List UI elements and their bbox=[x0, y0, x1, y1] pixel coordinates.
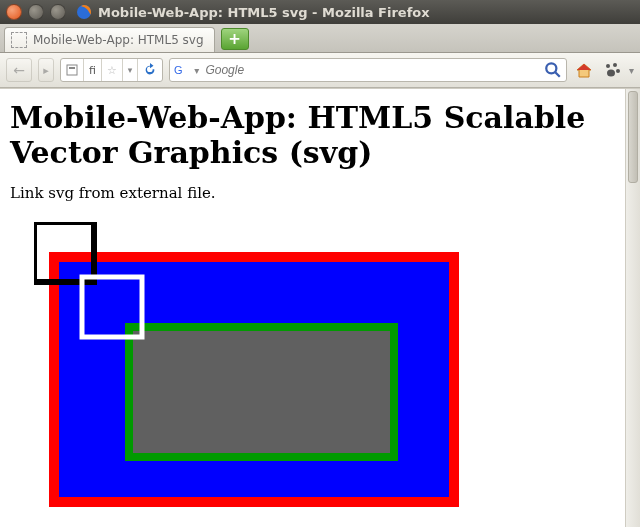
tab-label: Mobile-Web-App: HTML5 svg bbox=[33, 33, 204, 47]
firefox-icon bbox=[76, 4, 92, 20]
home-icon bbox=[574, 60, 594, 80]
tab-favicon bbox=[11, 32, 27, 48]
window-titlebar: Mobile-Web-App: HTML5 svg - Mozilla Fire… bbox=[0, 0, 640, 24]
window-title: Mobile-Web-App: HTML5 svg - Mozilla Fire… bbox=[98, 5, 430, 20]
back-button[interactable]: ← bbox=[6, 58, 32, 82]
tab-active[interactable]: Mobile-Web-App: HTML5 svg bbox=[4, 27, 215, 52]
search-box[interactable]: G ▾ bbox=[169, 58, 567, 82]
paw-icon bbox=[603, 61, 621, 79]
page-identity-icon bbox=[66, 64, 78, 76]
reload-icon bbox=[143, 63, 157, 77]
page-content: Mobile-Web-App: HTML5 Scalable Vector Gr… bbox=[0, 89, 625, 527]
identity-box[interactable] bbox=[61, 59, 84, 81]
reload-button[interactable] bbox=[138, 59, 162, 81]
page-paragraph: Link svg from external file. bbox=[10, 184, 615, 202]
forward-button[interactable]: ▸ bbox=[38, 58, 54, 82]
nav-toolbar: ← ▸ fi ☆ ▾ G ▾ ▾ bbox=[0, 53, 640, 88]
page-heading: Mobile-Web-App: HTML5 Scalable Vector Gr… bbox=[10, 101, 615, 170]
svg-point-7 bbox=[606, 64, 610, 68]
google-icon: G bbox=[174, 62, 190, 78]
vertical-scrollbar[interactable] bbox=[625, 89, 640, 527]
svg-illustration bbox=[10, 222, 615, 516]
svg-point-10 bbox=[607, 70, 615, 77]
svg-text:G: G bbox=[174, 64, 183, 76]
bookmark-star-icon[interactable]: ☆ bbox=[102, 59, 123, 81]
url-dropdown-icon[interactable]: ▾ bbox=[123, 59, 139, 81]
addon-button[interactable] bbox=[601, 59, 623, 81]
window-close-button[interactable] bbox=[6, 4, 22, 20]
svg-line-6 bbox=[555, 72, 560, 77]
browser-viewport: Mobile-Web-App: HTML5 Scalable Vector Gr… bbox=[0, 88, 640, 527]
window-minimize-button[interactable] bbox=[28, 4, 44, 20]
addon-dropdown-icon[interactable]: ▾ bbox=[629, 65, 634, 76]
svg-inner-rect bbox=[129, 327, 394, 457]
svg-point-9 bbox=[616, 69, 620, 73]
back-arrow-icon: ← bbox=[13, 62, 25, 78]
new-tab-button[interactable]: + bbox=[221, 28, 249, 50]
window-maximize-button[interactable] bbox=[50, 4, 66, 20]
search-engine-dropdown-icon[interactable]: ▾ bbox=[194, 65, 199, 76]
url-bar[interactable]: fi ☆ ▾ bbox=[60, 58, 163, 82]
tab-strip: Mobile-Web-App: HTML5 svg + bbox=[0, 24, 640, 53]
search-icon[interactable] bbox=[544, 61, 562, 79]
svg-point-8 bbox=[613, 63, 617, 67]
forward-arrow-icon: ▸ bbox=[43, 64, 49, 77]
url-path: fi bbox=[84, 59, 102, 81]
search-input[interactable] bbox=[203, 62, 544, 78]
svg-rect-2 bbox=[69, 67, 75, 69]
scrollbar-thumb[interactable] bbox=[628, 91, 638, 183]
home-button[interactable] bbox=[573, 59, 595, 81]
svg-rect-1 bbox=[67, 65, 77, 75]
svg-point-5 bbox=[546, 63, 556, 73]
